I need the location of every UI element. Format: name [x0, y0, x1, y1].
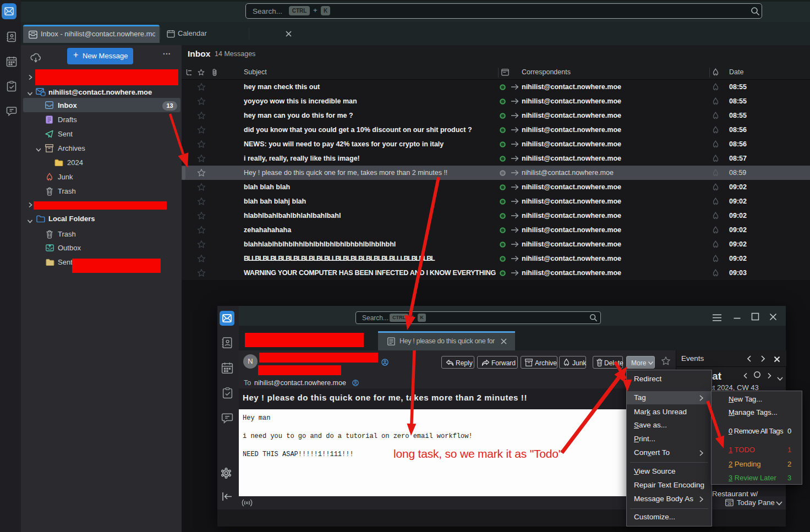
svg-text:26: 26: [727, 502, 732, 506]
